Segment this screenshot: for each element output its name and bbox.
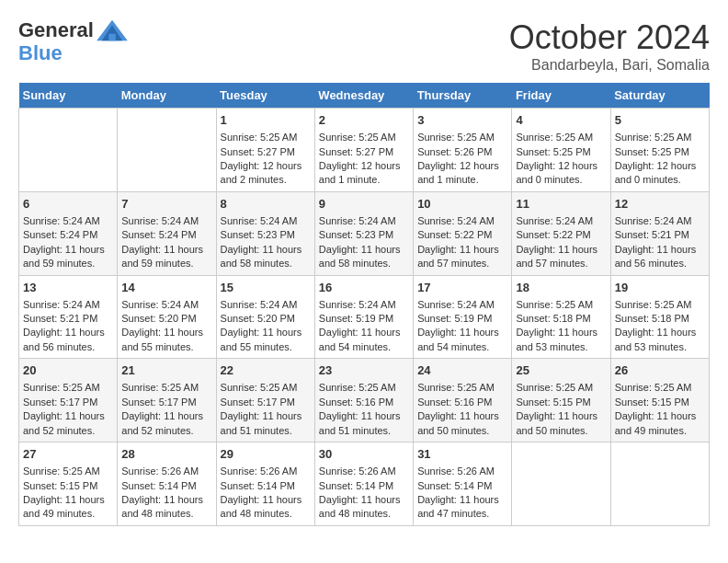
day-number: 14 <box>121 280 211 296</box>
day-header-saturday: Saturday <box>610 83 709 109</box>
sunset-text: Sunset: 5:18 PM <box>615 312 705 326</box>
day-cell: 24Sunrise: 5:25 AMSunset: 5:16 PMDayligh… <box>414 359 512 442</box>
sunrise-text: Sunrise: 5:25 AM <box>121 381 211 395</box>
day-cell: 13Sunrise: 5:24 AMSunset: 5:21 PMDayligh… <box>19 275 118 359</box>
sunrise-text: Sunrise: 5:24 AM <box>319 298 409 312</box>
day-number: 28 <box>121 446 211 463</box>
day-cell: 17Sunrise: 5:24 AMSunset: 5:19 PMDayligh… <box>414 275 512 359</box>
sunrise-text: Sunrise: 5:24 AM <box>221 298 311 312</box>
day-cell: 14Sunrise: 5:24 AMSunset: 5:20 PMDayligh… <box>118 275 216 359</box>
daylight-text: Daylight: 11 hours and 56 minutes. <box>615 243 705 271</box>
sunrise-text: Sunrise: 5:25 AM <box>516 298 606 312</box>
day-number: 6 <box>23 196 113 213</box>
logo: General Blue <box>18 18 127 64</box>
sunset-text: Sunset: 5:19 PM <box>417 312 507 326</box>
day-cell: 15Sunrise: 5:24 AMSunset: 5:20 PMDayligh… <box>216 275 314 359</box>
day-cell: 22Sunrise: 5:25 AMSunset: 5:17 PMDayligh… <box>216 359 314 442</box>
day-cell: 9Sunrise: 5:24 AMSunset: 5:23 PMDaylight… <box>314 191 413 275</box>
daylight-text: Daylight: 11 hours and 48 minutes. <box>221 493 311 522</box>
day-number: 29 <box>221 446 311 463</box>
sunset-text: Sunset: 5:22 PM <box>417 228 507 242</box>
sunset-text: Sunset: 5:15 PM <box>615 396 705 409</box>
sunrise-text: Sunrise: 5:24 AM <box>417 214 507 228</box>
day-cell: 26Sunrise: 5:25 AMSunset: 5:15 PMDayligh… <box>610 359 709 442</box>
sunrise-text: Sunrise: 5:25 AM <box>516 131 606 144</box>
daylight-text: Daylight: 11 hours and 53 minutes. <box>615 326 705 354</box>
day-number: 7 <box>121 196 211 213</box>
day-number: 4 <box>516 112 606 129</box>
sunrise-text: Sunrise: 5:24 AM <box>23 214 113 228</box>
sunset-text: Sunset: 5:25 PM <box>516 145 606 159</box>
sunset-text: Sunset: 5:17 PM <box>23 396 113 409</box>
sunset-text: Sunset: 5:26 PM <box>417 145 507 159</box>
sunset-text: Sunset: 5:14 PM <box>417 479 507 493</box>
sunrise-text: Sunrise: 5:25 AM <box>319 131 409 144</box>
daylight-text: Daylight: 12 hours and 1 minute. <box>417 159 507 188</box>
day-number: 12 <box>615 196 705 213</box>
day-number: 30 <box>319 446 409 463</box>
day-header-thursday: Thursday <box>414 83 512 109</box>
daylight-text: Daylight: 11 hours and 48 minutes. <box>121 493 211 522</box>
daylight-text: Daylight: 12 hours and 0 minutes. <box>615 159 705 188</box>
daylight-text: Daylight: 11 hours and 52 minutes. <box>121 409 211 438</box>
day-cell: 18Sunrise: 5:25 AMSunset: 5:18 PMDayligh… <box>512 275 610 359</box>
sunset-text: Sunset: 5:14 PM <box>221 479 311 493</box>
page-header: General Blue October 2024 Bandarbeyla, B… <box>18 18 710 74</box>
sunrise-text: Sunrise: 5:24 AM <box>121 214 211 228</box>
daylight-text: Daylight: 12 hours and 0 minutes. <box>516 159 606 188</box>
day-cell <box>610 442 709 526</box>
sunrise-text: Sunrise: 5:25 AM <box>23 381 113 395</box>
logo-text: General <box>18 18 127 44</box>
day-number: 10 <box>417 196 507 213</box>
daylight-text: Daylight: 12 hours and 1 minute. <box>319 159 409 188</box>
sunset-text: Sunset: 5:20 PM <box>221 312 311 326</box>
day-cell: 30Sunrise: 5:26 AMSunset: 5:14 PMDayligh… <box>314 442 413 526</box>
sunset-text: Sunset: 5:19 PM <box>319 312 409 326</box>
day-cell <box>19 109 118 192</box>
day-cell: 5Sunrise: 5:25 AMSunset: 5:25 PMDaylight… <box>610 109 709 192</box>
daylight-text: Daylight: 11 hours and 59 minutes. <box>121 243 211 271</box>
day-number: 20 <box>23 362 113 379</box>
sunset-text: Sunset: 5:17 PM <box>121 396 211 409</box>
sunrise-text: Sunrise: 5:25 AM <box>615 298 705 312</box>
week-row-2: 6Sunrise: 5:24 AMSunset: 5:24 PMDaylight… <box>19 191 710 275</box>
sunrise-text: Sunrise: 5:26 AM <box>121 465 211 478</box>
day-cell: 19Sunrise: 5:25 AMSunset: 5:18 PMDayligh… <box>610 275 709 359</box>
sunrise-text: Sunrise: 5:25 AM <box>615 131 705 144</box>
day-cell: 29Sunrise: 5:26 AMSunset: 5:14 PMDayligh… <box>216 442 314 526</box>
daylight-text: Daylight: 11 hours and 55 minutes. <box>121 326 211 354</box>
sunrise-text: Sunrise: 5:24 AM <box>319 214 409 228</box>
title-block: October 2024 Bandarbeyla, Bari, Somalia <box>509 18 710 74</box>
calendar-table: SundayMondayTuesdayWednesdayThursdayFrid… <box>18 83 710 526</box>
day-number: 9 <box>319 196 409 213</box>
day-cell: 10Sunrise: 5:24 AMSunset: 5:22 PMDayligh… <box>414 191 512 275</box>
day-cell: 16Sunrise: 5:24 AMSunset: 5:19 PMDayligh… <box>314 275 413 359</box>
sunset-text: Sunset: 5:25 PM <box>615 145 705 159</box>
week-row-4: 20Sunrise: 5:25 AMSunset: 5:17 PMDayligh… <box>19 359 710 442</box>
sunset-text: Sunset: 5:16 PM <box>319 396 409 409</box>
sunrise-text: Sunrise: 5:25 AM <box>319 381 409 395</box>
sunrise-text: Sunrise: 5:26 AM <box>319 465 409 478</box>
sunrise-text: Sunrise: 5:25 AM <box>417 381 507 395</box>
day-number: 19 <box>615 280 705 296</box>
day-header-sunday: Sunday <box>19 83 118 109</box>
day-number: 1 <box>221 112 311 129</box>
day-cell <box>118 109 216 192</box>
daylight-text: Daylight: 11 hours and 51 minutes. <box>319 409 409 438</box>
daylight-text: Daylight: 11 hours and 54 minutes. <box>319 326 409 354</box>
day-header-friday: Friday <box>512 83 610 109</box>
day-cell: 28Sunrise: 5:26 AMSunset: 5:14 PMDayligh… <box>118 442 216 526</box>
sunset-text: Sunset: 5:15 PM <box>23 479 113 493</box>
daylight-text: Daylight: 11 hours and 50 minutes. <box>516 409 606 438</box>
day-cell: 3Sunrise: 5:25 AMSunset: 5:26 PMDaylight… <box>414 109 512 192</box>
day-cell: 4Sunrise: 5:25 AMSunset: 5:25 PMDaylight… <box>512 109 610 192</box>
sunrise-text: Sunrise: 5:25 AM <box>23 465 113 478</box>
day-number: 27 <box>23 446 113 463</box>
day-cell: 12Sunrise: 5:24 AMSunset: 5:21 PMDayligh… <box>610 191 709 275</box>
day-number: 16 <box>319 280 409 296</box>
sunset-text: Sunset: 5:20 PM <box>121 312 211 326</box>
day-cell: 23Sunrise: 5:25 AMSunset: 5:16 PMDayligh… <box>314 359 413 442</box>
sunset-text: Sunset: 5:24 PM <box>121 228 211 242</box>
sunset-text: Sunset: 5:15 PM <box>516 396 606 409</box>
daylight-text: Daylight: 11 hours and 53 minutes. <box>516 326 606 354</box>
